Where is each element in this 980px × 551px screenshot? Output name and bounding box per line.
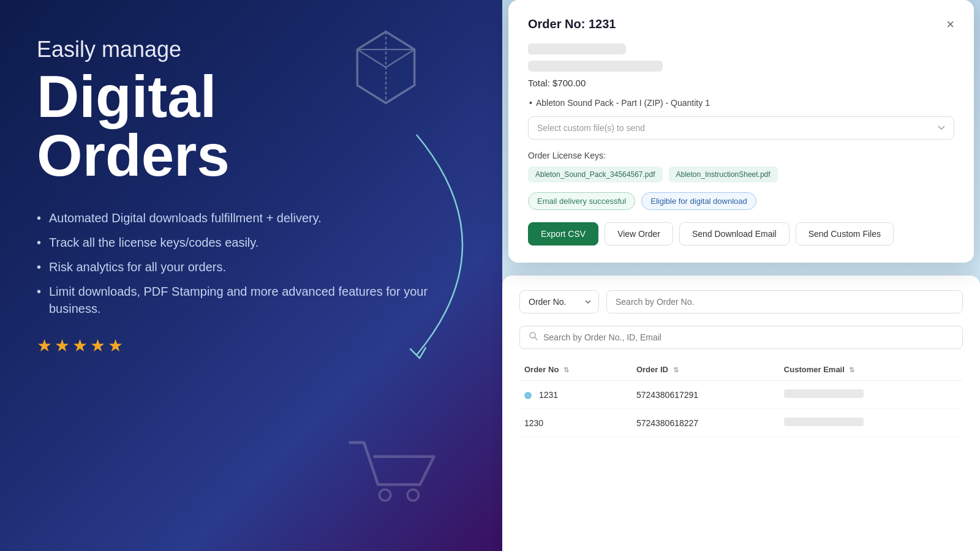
feature-item: Automated Digital downloads fulfillment … (37, 209, 466, 227)
license-files: Ableton_Sound_Pack_34564567.pdf Ableton_… (528, 167, 954, 182)
row1-email (779, 381, 963, 409)
col-order-id[interactable]: Order ID ⇅ (631, 359, 779, 381)
product-item: Ableton Sound Pack - Part I (ZIP) - Quan… (528, 98, 954, 108)
cart-icon (343, 429, 441, 514)
badge-email-success: Email delivery successful (528, 192, 635, 210)
row2-email-skeleton (784, 418, 864, 426)
star-4: ★ (90, 335, 105, 356)
license-keys-label: Order License Keys: (528, 151, 954, 160)
modal-close-button[interactable]: × (946, 18, 954, 31)
orders-table: Order No ⇅ Order ID ⇅ Customer Email ⇅ (519, 359, 963, 437)
right-panel: Order No: 1231 × Total: $700.00 Ableton … (502, 0, 980, 551)
star-3: ★ (72, 335, 88, 356)
license-keys-section: Order License Keys: Ableton_Sound_Pack_3… (528, 151, 954, 182)
col-order-no[interactable]: Order No ⇅ (519, 359, 631, 381)
license-file-tag-2: Ableton_InstructionSheet.pdf (669, 167, 778, 182)
modal-title: Order No: 1231 (528, 17, 616, 31)
star-1: ★ (37, 335, 52, 356)
search-bar-wrap (519, 326, 963, 349)
badge-eligible: Eligible for digital download (641, 192, 756, 210)
table-body: 1231 5724380617291 1230 5724380618227 (519, 381, 963, 437)
table-row[interactable]: 1231 5724380617291 (519, 381, 963, 409)
skeleton-bar-2 (528, 61, 663, 72)
star-2: ★ (55, 335, 70, 356)
col-order-id-sort[interactable]: ⇅ (673, 366, 679, 373)
table-header-row: Order No ⇅ Order ID ⇅ Customer Email ⇅ (519, 359, 963, 381)
custom-files-select[interactable]: Select custom file(s) to send (528, 116, 954, 140)
main-search-input[interactable] (543, 332, 954, 342)
modal-actions: Export CSV View Order Send Download Emai… (528, 222, 954, 246)
left-panel: Easily manage Digital Orders Automated D… (0, 0, 502, 551)
order-total: Total: $700.00 (528, 78, 954, 88)
order-modal: Order No: 1231 × Total: $700.00 Ableton … (508, 0, 974, 263)
row2-order-id: 5724380618227 (631, 409, 779, 437)
row1-order-id: 5724380617291 (631, 381, 779, 409)
col-customer-email-sort[interactable]: ⇅ (849, 366, 854, 373)
feature-item: Limit downloads, PDF Stamping and more a… (37, 283, 466, 317)
table-filters: Order No. Order ID Email (519, 290, 963, 313)
send-download-email-button[interactable]: Send Download Email (679, 222, 790, 246)
skeleton-bar-1 (528, 43, 626, 54)
license-file-tag-1: Ableton_Sound_Pack_34564567.pdf (528, 167, 663, 182)
table-row[interactable]: 1230 5724380618227 (519, 409, 963, 437)
row1-order-no: 1231 (519, 381, 631, 409)
filter-type-select[interactable]: Order No. Order ID Email (519, 290, 599, 313)
search-icon (529, 331, 538, 343)
row2-order-no: 1230 (519, 409, 631, 437)
row2-email (779, 409, 963, 437)
row1-indicator (524, 392, 532, 399)
table-panel: Order No. Order ID Email Order No ⇅ (502, 276, 980, 551)
box-icon (343, 24, 429, 110)
view-order-button[interactable]: View Order (605, 222, 673, 246)
row1-email-skeleton (784, 389, 864, 398)
feature-item: Risk analytics for all your orders. (37, 258, 466, 276)
col-customer-email[interactable]: Customer Email ⇅ (779, 359, 963, 381)
filter-select-wrap: Order No. Order ID Email (519, 290, 599, 313)
status-badges: Email delivery successful Eligible for d… (528, 192, 954, 210)
feature-list: Automated Digital downloads fulfillment … (37, 209, 466, 317)
table-header: Order No ⇅ Order ID ⇅ Customer Email ⇅ (519, 359, 963, 381)
svg-point-2 (530, 332, 535, 338)
modal-header: Order No: 1231 × (528, 17, 954, 31)
export-csv-button[interactable]: Export CSV (528, 222, 598, 246)
col-order-no-sort[interactable]: ⇅ (564, 366, 569, 373)
send-custom-files-button[interactable]: Send Custom Files (796, 222, 894, 246)
svg-point-1 (407, 489, 418, 500)
feature-item: Track all the license keys/codes easily. (37, 234, 466, 251)
filter-search-input[interactable] (606, 290, 963, 313)
star-5: ★ (108, 335, 123, 356)
svg-point-0 (379, 489, 390, 500)
